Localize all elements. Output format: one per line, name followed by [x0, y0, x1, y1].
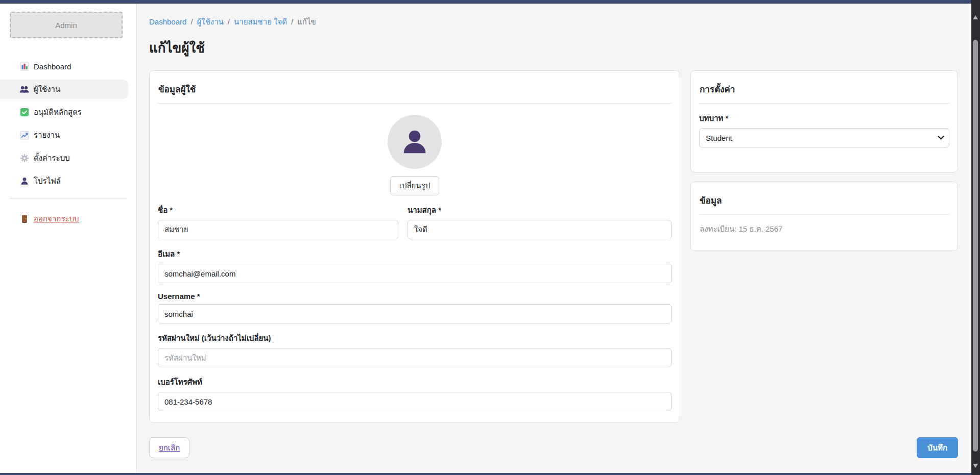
- logout-link[interactable]: ออกจากระบบ: [0, 213, 136, 225]
- sidebar-item-users[interactable]: ผู้ใช้งาน: [0, 80, 128, 99]
- vertical-scrollbar[interactable]: [971, 0, 980, 475]
- sidebar-divider: [10, 198, 127, 198]
- users-icon: [19, 85, 29, 94]
- role-group: บทบาท * Student: [699, 112, 949, 161]
- window-bottom-bar: [0, 473, 980, 475]
- gear-icon: [19, 154, 29, 163]
- new-password-input[interactable]: [158, 348, 672, 367]
- breadcrumb: Dashboard/ผู้ใช้งาน/นายสมชาย ใจดี/แก้ไข: [149, 16, 958, 28]
- email-input[interactable]: [158, 264, 672, 283]
- first-name-group: ชื่อ *: [158, 204, 398, 239]
- username-group: Username *: [158, 292, 672, 323]
- scroll-up-arrow-icon[interactable]: [973, 15, 978, 19]
- change-photo-button[interactable]: เปลี่ยนรูป: [390, 176, 439, 195]
- cancel-button[interactable]: ยกเลิก: [149, 437, 189, 458]
- registered-date-text: ลงทะเบียน: 15 ธ.ค. 2567: [699, 215, 949, 239]
- settings-card-title: การตั้งค่า: [699, 79, 949, 104]
- last-name-input[interactable]: [408, 220, 672, 239]
- form-actions: ยกเลิก บันทึก: [149, 437, 958, 458]
- scroll-down-arrow-icon[interactable]: [973, 464, 978, 468]
- info-card-title: ข้อมูล: [699, 190, 949, 215]
- brand-box: Admin: [10, 12, 123, 38]
- breadcrumb-current: แก้ไข: [297, 17, 316, 26]
- logout-label: ออกจากระบบ: [34, 213, 79, 225]
- scrollbar-thumb[interactable]: [973, 40, 978, 452]
- sidebar-item-settings[interactable]: ตั้งค่าระบบ: [0, 148, 128, 168]
- main-content: Dashboard/ผู้ใช้งาน/นายสมชาย ใจดี/แก้ไข …: [137, 4, 971, 473]
- door-icon: [19, 214, 29, 224]
- save-button[interactable]: บันทึก: [917, 437, 958, 458]
- sidebar-item-label: ตั้งค่าระบบ: [34, 152, 70, 164]
- brand-label: Admin: [55, 21, 77, 30]
- phone-label: เบอร์โทรศัพท์: [158, 376, 672, 388]
- role-label: บทบาท *: [699, 112, 949, 124]
- user-info-card-title: ข้อมูลผู้ใช้: [158, 79, 672, 104]
- password-group: รหัสผ่านใหม่ (เว้นว่างถ้าไม่เปลี่ยน): [158, 332, 672, 367]
- phone-group: เบอร์โทรศัพท์: [158, 376, 672, 411]
- first-name-label: ชื่อ *: [158, 204, 398, 216]
- sidebar-item-reports[interactable]: รายงาน: [0, 126, 128, 145]
- sidebar-item-profile[interactable]: โปรไฟล์: [0, 171, 128, 191]
- breadcrumb-link-users[interactable]: ผู้ใช้งาน: [197, 17, 224, 26]
- username-label: Username *: [158, 292, 672, 301]
- breadcrumb-link-dashboard[interactable]: Dashboard: [149, 17, 186, 26]
- phone-input[interactable]: [158, 392, 672, 411]
- sidebar-item-approve[interactable]: อนุมัติหลักสูตร: [0, 103, 128, 122]
- avatar-person-icon: [400, 127, 429, 157]
- role-select[interactable]: Student: [699, 128, 949, 147]
- breadcrumb-separator: /: [228, 17, 230, 26]
- window-top-bar: [0, 0, 980, 4]
- name-fields-row: ชื่อ * นามสกุล *: [158, 195, 672, 239]
- breadcrumb-separator: /: [291, 17, 293, 26]
- bar-chart-icon: [19, 62, 29, 71]
- email-group: อีเมล *: [158, 248, 672, 283]
- sidebar-item-label: ผู้ใช้งาน: [34, 83, 60, 95]
- role-select-wrap: Student: [699, 128, 949, 147]
- sidebar: Admin Dashboard ผู้ใช้งาน อนุมัติหลักสูต…: [0, 4, 137, 473]
- settings-card: การตั้งค่า บทบาท * Student: [690, 70, 958, 172]
- first-name-input[interactable]: [158, 220, 398, 239]
- sidebar-item-label: รายงาน: [34, 129, 60, 141]
- page-title: แก้ไขผู้ใช้: [149, 37, 958, 58]
- sidebar-nav: Dashboard ผู้ใช้งาน อนุมัติหลักสูตร รายง…: [0, 57, 136, 191]
- email-label: อีเมล *: [158, 248, 672, 260]
- right-column: การตั้งค่า บทบาท * Student ข้อมูล ลงทะ: [690, 70, 958, 251]
- person-icon: [19, 177, 29, 186]
- last-name-group: นามสกุล *: [408, 204, 672, 239]
- approve-check-icon: [19, 108, 29, 117]
- user-info-card: ข้อมูลผู้ใช้ เปลี่ยนรูป ชื่อ * นามสกุล *: [149, 70, 680, 423]
- password-label: รหัสผ่านใหม่ (เว้นว่างถ้าไม่เปลี่ยน): [158, 332, 672, 344]
- info-card: ข้อมูล ลงทะเบียน: 15 ธ.ค. 2567: [690, 182, 958, 251]
- breadcrumb-link-user-name[interactable]: นายสมชาย ใจดี: [234, 17, 287, 26]
- username-input[interactable]: [158, 304, 672, 323]
- sidebar-item-label: อนุมัติหลักสูตร: [34, 106, 82, 118]
- sidebar-item-label: โปรไฟล์: [34, 175, 61, 187]
- avatar-section: เปลี่ยนรูป: [158, 104, 672, 195]
- sidebar-item-label: Dashboard: [34, 62, 71, 71]
- content-row: ข้อมูลผู้ใช้ เปลี่ยนรูป ชื่อ * นามสกุล *: [149, 70, 958, 423]
- avatar: [388, 115, 442, 169]
- breadcrumb-separator: /: [190, 17, 193, 26]
- sidebar-item-dashboard[interactable]: Dashboard: [0, 57, 128, 76]
- last-name-label: นามสกุล *: [408, 204, 672, 216]
- chart-line-icon: [19, 131, 29, 140]
